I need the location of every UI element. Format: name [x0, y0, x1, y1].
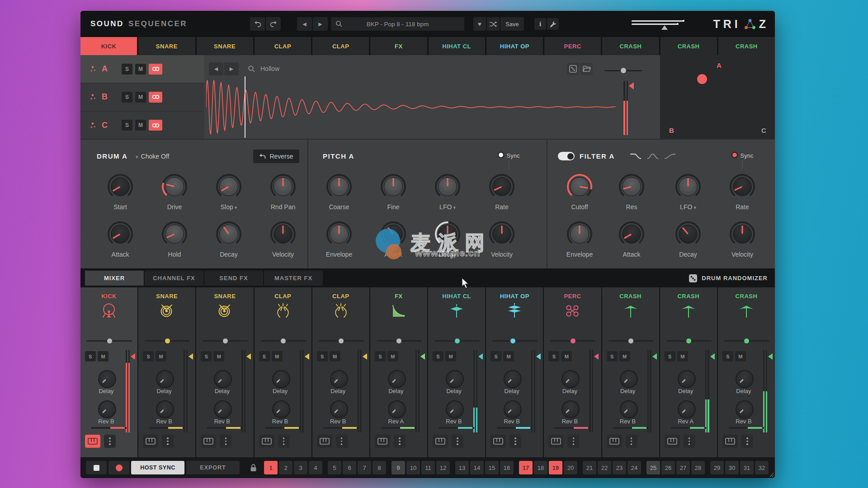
step-16[interactable]: 16	[500, 461, 514, 474]
link-button[interactable]	[149, 64, 162, 75]
tab-hihat-op-8[interactable]: HIHAT OP	[486, 37, 543, 55]
tab-clap-4[interactable]: CLAP	[255, 37, 311, 55]
step-4[interactable]: 4	[309, 461, 322, 474]
channel-menu-button[interactable]	[394, 435, 406, 448]
pan-handle[interactable]	[281, 338, 286, 343]
reverb-send-knob[interactable]	[446, 400, 464, 418]
waveform-display[interactable]	[206, 77, 658, 137]
step-6[interactable]: 6	[343, 461, 356, 474]
keyboard-button[interactable]	[143, 435, 158, 448]
pan-slider[interactable]	[145, 340, 190, 342]
keyboard-button[interactable]	[201, 435, 216, 448]
export-button[interactable]: EXPORT	[186, 461, 240, 474]
filter-knob-attack[interactable]: Attack	[609, 220, 654, 258]
delay-send-knob[interactable]	[156, 370, 174, 388]
pan-slider[interactable]	[550, 340, 595, 342]
filter-knob-decay[interactable]: Decay	[665, 220, 711, 258]
filter-sync-toggle[interactable]: Sync	[720, 152, 765, 159]
mute-button[interactable]: M	[272, 351, 283, 361]
step-22[interactable]: 22	[598, 461, 611, 474]
reverb-send-knob[interactable]	[620, 400, 638, 418]
host-sync-button[interactable]: HOST SYNC	[131, 461, 184, 474]
mixer-tab-mixer[interactable]: MIXER	[85, 271, 144, 286]
mixer-channel-fx-6[interactable]: FX SMDelayRev A	[370, 287, 427, 457]
pan-slider[interactable]	[377, 340, 422, 342]
solo-button[interactable]: S	[433, 351, 443, 361]
link-button[interactable]	[149, 120, 162, 131]
choke-dropdown[interactable]: ▾Choke Off	[136, 153, 169, 160]
delay-send-knob[interactable]	[504, 370, 522, 388]
volume-fader-handle[interactable]	[246, 353, 251, 360]
step-10[interactable]: 10	[406, 461, 420, 474]
pan-handle[interactable]	[621, 68, 626, 73]
solo-button[interactable]: S	[143, 351, 154, 361]
delay-send-knob[interactable]	[620, 370, 638, 388]
delay-send-knob[interactable]	[388, 370, 406, 388]
volume-fader-handle[interactable]	[652, 353, 657, 360]
record-button[interactable]	[108, 461, 129, 474]
step-8[interactable]: 8	[373, 461, 386, 474]
pan-slider[interactable]	[666, 340, 712, 342]
solo-button[interactable]: S	[122, 64, 132, 75]
tab-crash-12[interactable]: CRASH	[718, 37, 775, 55]
filter-knob-res[interactable]: Res	[609, 172, 654, 211]
keyboard-button[interactable]	[548, 435, 564, 448]
mixer-channel-clap-5[interactable]: CLAP SMDelayRev B	[312, 287, 369, 457]
drum-knob-velocity[interactable]: Velocity	[260, 220, 306, 258]
keyboard-button[interactable]	[491, 435, 506, 448]
solo-button[interactable]: S	[722, 351, 733, 361]
pitch-knob-envelope[interactable]: Envelope	[316, 220, 362, 258]
volume-fader-handle[interactable]	[536, 353, 541, 360]
step-14[interactable]: 14	[470, 461, 484, 474]
mute-button[interactable]: M	[561, 351, 572, 361]
reverb-send-knob[interactable]	[561, 400, 580, 418]
step-3[interactable]: 3	[294, 461, 307, 474]
mixer-channel-perc-9[interactable]: PERC SMDelayRev B	[544, 287, 601, 457]
pan-slider[interactable]	[87, 340, 132, 342]
keyboard-button[interactable]	[259, 435, 274, 448]
pan-handle[interactable]	[396, 338, 401, 343]
step-29[interactable]: 29	[710, 461, 724, 474]
step-17[interactable]: 17	[519, 461, 533, 474]
channel-menu-button[interactable]	[336, 435, 348, 448]
reverb-send-knob[interactable]	[156, 400, 174, 418]
info-button[interactable]: i	[534, 18, 546, 30]
pattern-lock-button[interactable]	[247, 461, 259, 474]
volume-fader-handle[interactable]	[363, 353, 367, 360]
mixer-channel-crash-10[interactable]: CRASH SMDelayRev B	[602, 287, 659, 457]
pan-handle[interactable]	[686, 338, 691, 343]
preset-next-button[interactable]: ▶	[313, 17, 328, 31]
channel-menu-button[interactable]	[162, 435, 174, 448]
step-31[interactable]: 31	[740, 461, 754, 474]
mixer-tab-channel-fx[interactable]: CHANNEL FX	[145, 271, 203, 286]
solo-button[interactable]: S	[317, 351, 328, 361]
delay-send-knob[interactable]	[272, 370, 290, 388]
delay-send-knob[interactable]	[214, 370, 232, 388]
delay-send-knob[interactable]	[561, 370, 580, 388]
step-11[interactable]: 11	[421, 461, 435, 474]
mixer-channel-crash-12[interactable]: CRASH SMDelayRev B	[718, 287, 775, 457]
volume-fader-handle[interactable]	[594, 353, 599, 360]
solo-button[interactable]: S	[375, 351, 386, 361]
drum-randomizer-button[interactable]: DRUM RANDOMIZER	[689, 271, 768, 286]
pan-handle[interactable]	[223, 338, 228, 343]
pan-handle[interactable]	[455, 338, 460, 343]
layer-blend-xy-pad[interactable]: A B C	[660, 55, 775, 139]
lowpass-icon[interactable]	[629, 152, 642, 160]
reverb-send-knob[interactable]	[330, 400, 348, 418]
random-preset-button[interactable]	[487, 17, 500, 31]
resize-handle[interactable]	[769, 472, 774, 477]
step-20[interactable]: 20	[564, 461, 577, 474]
pan-handle[interactable]	[107, 338, 112, 343]
pitch-knob-attack[interactable]: Attack	[371, 220, 416, 258]
preset-browser-field[interactable]: BKP - Pop 8 - 118 bpm	[331, 17, 464, 31]
tab-kick-1[interactable]: KICK	[80, 37, 137, 55]
tab-clap-5[interactable]: CLAP	[312, 37, 369, 55]
channel-menu-button[interactable]	[220, 435, 231, 448]
reverse-button[interactable]: Reverse	[253, 150, 299, 163]
tab-perc-9[interactable]: PERC	[544, 37, 601, 55]
layer-row-b[interactable]: BSM	[80, 83, 204, 111]
tab-crash-11[interactable]: CRASH	[660, 37, 717, 55]
pitch-sync-toggle[interactable]: Sync	[486, 152, 531, 159]
tab-snare-3[interactable]: SNARE	[197, 37, 253, 55]
